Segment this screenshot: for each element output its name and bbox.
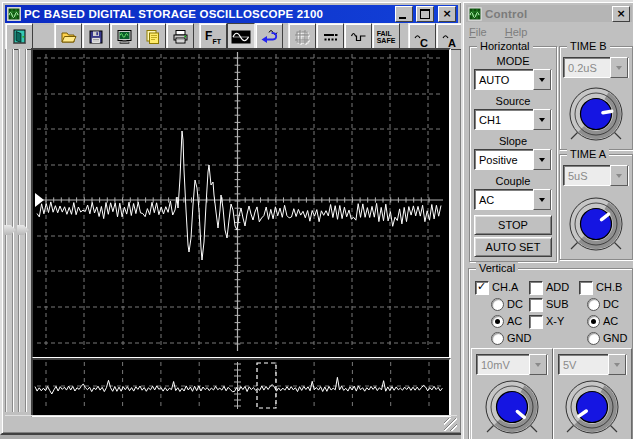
menu-help[interactable]: Help (503, 26, 530, 38)
chb-ac-radio[interactable] (587, 315, 600, 328)
chb-dc-label: DC (603, 298, 619, 310)
time-a-value: 5uS (564, 170, 610, 182)
sub-checkbox[interactable] (529, 298, 543, 312)
control-app-icon (468, 7, 482, 21)
time-b-knob[interactable] (560, 85, 632, 147)
time-b-combobox[interactable]: 0.2uS (563, 57, 629, 78)
control-window-title: Control (485, 8, 609, 20)
source-dropdown-button[interactable] (533, 109, 551, 130)
cha-gain-knob[interactable] (476, 378, 548, 439)
close-button[interactable]: × (438, 6, 456, 22)
trigger-c-button[interactable]: C (408, 23, 436, 50)
squarewave-button[interactable] (344, 23, 372, 50)
slope-value: Positive (475, 154, 533, 166)
time-a-group-label: TIME A (567, 148, 609, 160)
monitor-icon (116, 29, 133, 45)
chevron-down-icon (535, 363, 541, 367)
grid-button[interactable] (288, 23, 316, 50)
couple-dropdown-button[interactable] (533, 189, 551, 210)
control-close-button[interactable]: × (612, 6, 630, 22)
mode-combobox[interactable]: AUTO (474, 69, 552, 90)
waveform-display-button[interactable] (227, 23, 255, 50)
chevron-down-icon (616, 174, 622, 178)
horizontal-group-label: Horizontal (477, 40, 533, 52)
chb-gain-knob[interactable] (556, 378, 628, 439)
slope-combobox[interactable]: Positive (474, 149, 552, 170)
time-b-group: TIME B 0.2uS (559, 46, 633, 150)
save-button[interactable] (82, 23, 110, 50)
control-titlebar[interactable]: Control × (466, 5, 632, 22)
cha-gnd-radio[interactable] (491, 332, 504, 345)
couple-combobox[interactable]: AC (474, 189, 552, 210)
notes-icon (144, 29, 161, 45)
offset-slider-thumb[interactable] (17, 225, 29, 235)
time-a-combobox[interactable]: 5uS (563, 165, 629, 186)
vertical-group-label: Vertical (476, 262, 518, 274)
copy-button[interactable] (138, 23, 166, 50)
chb-range-dropdown-button[interactable] (608, 354, 626, 375)
cha-range-dropdown-button[interactable] (529, 354, 547, 375)
menu-file[interactable]: File (467, 26, 489, 38)
cha-dc-radio[interactable] (491, 298, 504, 311)
display-button[interactable] (110, 23, 138, 50)
recall-button[interactable] (255, 23, 283, 50)
trigger-level-slider-thumb[interactable] (4, 225, 16, 235)
stop-button[interactable]: STOP (474, 215, 552, 235)
control-menubar: File Help (467, 24, 631, 40)
exit-button[interactable] (5, 23, 33, 50)
grid-icon (294, 29, 311, 45)
status-bar (5, 415, 457, 431)
chb-range-combobox[interactable]: 5V (558, 354, 627, 375)
add-checkbox[interactable] (529, 281, 543, 295)
open-button[interactable] (54, 23, 82, 50)
chb-checkbox[interactable] (579, 281, 593, 295)
chb-ac-label: AC (603, 315, 618, 327)
cha-ac-radio[interactable] (491, 315, 504, 328)
chb-dc-radio[interactable] (587, 298, 600, 311)
maximize-button[interactable] (416, 6, 434, 22)
dashed-line-icon (322, 29, 339, 45)
mode-label: MODE (470, 55, 556, 67)
failsafe-label: FAIL SAFE (377, 30, 396, 44)
overview-waveform-plot[interactable] (33, 360, 445, 411)
chevron-down-icon (539, 78, 545, 82)
cha-dc-label: DC (507, 298, 523, 310)
failsafe-button[interactable]: FAIL SAFE (372, 23, 400, 50)
trigger-a-button[interactable]: A (436, 23, 464, 50)
minimize-button[interactable] (395, 6, 413, 22)
fft-button[interactable]: FFT (199, 23, 227, 50)
chb-range-value: 5V (559, 359, 608, 371)
resize-grip[interactable] (444, 418, 457, 431)
time-b-dropdown-button[interactable] (610, 57, 628, 78)
source-value: CH1 (475, 114, 533, 126)
cha-panel: 10mV (471, 348, 553, 439)
auto-set-button[interactable]: AUTO SET (474, 237, 552, 257)
printer-icon (172, 29, 189, 45)
oscilloscope-window: PC BASED DIGITAL STORAGE OSCILLOSCOPE 21… (0, 0, 463, 435)
app-icon (7, 7, 21, 21)
square-wave-icon (350, 29, 367, 45)
svg-text:C: C (420, 37, 428, 49)
main-titlebar[interactable]: PC BASED DIGITAL STORAGE OSCILLOSCOPE 21… (5, 5, 458, 23)
persistence-button[interactable] (316, 23, 344, 50)
chb-gnd-radio[interactable] (587, 332, 600, 345)
cha-range-combobox[interactable]: 10mV (476, 354, 548, 375)
mode-dropdown-button[interactable] (533, 69, 551, 90)
chevron-down-icon (616, 66, 622, 70)
control-close-icon: × (616, 9, 625, 19)
maximize-icon (420, 9, 430, 19)
chevron-down-icon (539, 118, 545, 122)
print-button[interactable] (166, 23, 194, 50)
source-combobox[interactable]: CH1 (474, 109, 552, 130)
slope-dropdown-button[interactable] (533, 149, 551, 170)
xy-label: X-Y (546, 315, 564, 327)
xy-checkbox[interactable] (529, 315, 543, 329)
time-a-dropdown-button[interactable] (610, 165, 628, 186)
time-a-group: TIME A 5uS (559, 154, 633, 260)
cha-checkbox[interactable] (475, 281, 489, 295)
chb-label: CH.B (596, 281, 622, 293)
sub-label: SUB (546, 298, 569, 310)
time-a-knob[interactable] (560, 195, 632, 257)
chb-gnd-label: GND (603, 332, 627, 344)
couple-label: Couple (470, 175, 556, 187)
